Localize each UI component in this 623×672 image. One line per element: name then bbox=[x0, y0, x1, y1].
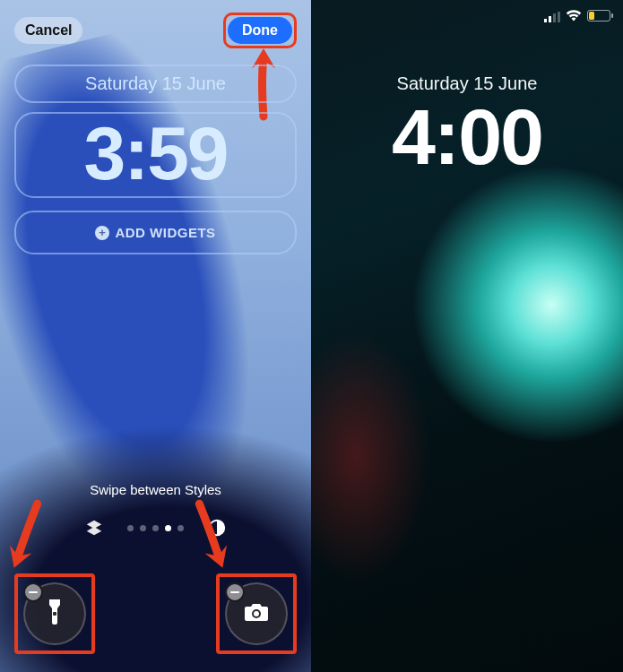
annotation-highlight-done: Done bbox=[223, 13, 297, 48]
add-widgets-button[interactable]: + ADD WIDGETS bbox=[14, 211, 297, 254]
widget-stack: Saturday 15 June 3:59 + ADD WIDGETS bbox=[14, 65, 297, 254]
battery-icon bbox=[587, 10, 610, 22]
cellular-signal-icon bbox=[544, 10, 560, 21]
camera-icon bbox=[243, 601, 270, 626]
svg-point-3 bbox=[254, 611, 259, 616]
plus-icon: + bbox=[95, 226, 109, 240]
svg-rect-1 bbox=[53, 612, 56, 616]
svg-rect-5 bbox=[549, 16, 551, 22]
time-widget[interactable]: 3:59 bbox=[14, 112, 297, 198]
remove-badge[interactable] bbox=[225, 582, 245, 602]
cancel-button[interactable]: Cancel bbox=[14, 17, 82, 44]
page-dot bbox=[152, 525, 159, 531]
camera-shortcut[interactable] bbox=[221, 579, 291, 649]
lock-time: 4:00 bbox=[311, 91, 623, 183]
contrast-icon[interactable] bbox=[207, 518, 227, 538]
battery-fill bbox=[589, 12, 594, 20]
layers-icon[interactable] bbox=[84, 518, 104, 538]
svg-rect-4 bbox=[544, 19, 547, 22]
lock-screen-result: Saturday 15 June 4:00 bbox=[311, 0, 623, 672]
status-bar bbox=[544, 9, 610, 22]
page-dot-active bbox=[165, 525, 171, 531]
done-button[interactable]: Done bbox=[228, 17, 292, 44]
page-dot bbox=[177, 525, 184, 531]
flashlight-shortcut[interactable] bbox=[20, 579, 90, 649]
wifi-icon bbox=[566, 9, 582, 22]
wallpaper-accent bbox=[311, 314, 437, 600]
add-widgets-label: ADD WIDGETS bbox=[115, 225, 215, 240]
lock-screen-editor: Cancel Done Saturday 15 June 3:59 + ADD … bbox=[0, 0, 311, 672]
flashlight-button[interactable] bbox=[23, 582, 86, 645]
page-dot bbox=[140, 525, 146, 531]
style-controls-row bbox=[0, 518, 311, 538]
camera-button[interactable] bbox=[225, 582, 288, 645]
swipe-hint-label: Swipe between Styles bbox=[0, 482, 311, 497]
svg-rect-6 bbox=[553, 13, 556, 22]
svg-rect-7 bbox=[558, 12, 560, 22]
style-page-dots[interactable] bbox=[127, 525, 184, 531]
remove-badge[interactable] bbox=[23, 582, 43, 602]
page-dot bbox=[127, 525, 134, 531]
date-widget[interactable]: Saturday 15 June bbox=[14, 65, 297, 103]
flashlight-icon bbox=[43, 598, 66, 630]
editor-header: Cancel Done bbox=[0, 13, 311, 48]
